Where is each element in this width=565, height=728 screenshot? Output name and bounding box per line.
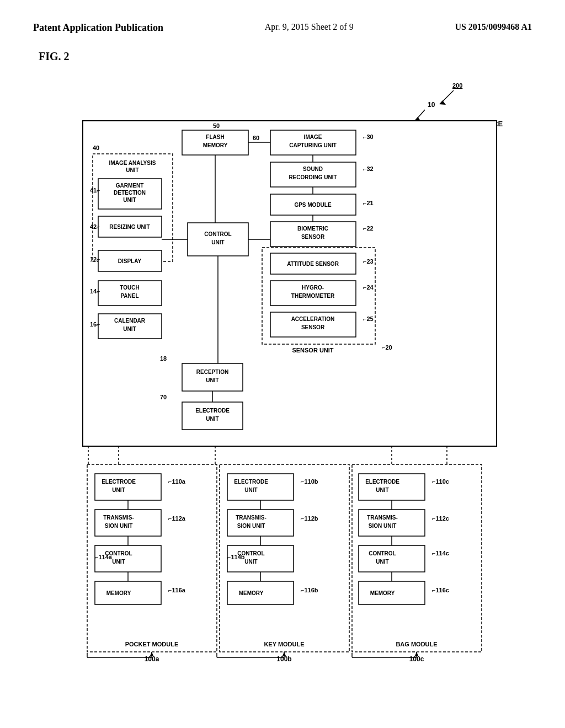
svg-text:UNIT: UNIT xyxy=(376,487,388,493)
svg-text:RECEPTION: RECEPTION xyxy=(196,369,228,375)
svg-text:DETECTION: DETECTION xyxy=(114,190,146,196)
svg-text:UNIT: UNIT xyxy=(112,559,125,565)
svg-marker-2 xyxy=(439,100,446,105)
diagram-svg: 200 10 PORTABLE DEVICE 50 FLASH MEMORY 6… xyxy=(33,68,530,703)
svg-text:40: 40 xyxy=(93,144,99,151)
svg-text:TRANSMIS-: TRANSMIS- xyxy=(367,515,398,521)
svg-text:UNIT: UNIT xyxy=(206,416,218,422)
svg-text:⌐112b: ⌐112b xyxy=(301,515,318,522)
svg-text:⌐20: ⌐20 xyxy=(382,344,392,351)
svg-text:BIOMETRIC: BIOMETRIC xyxy=(297,226,328,232)
svg-text:⌐110b: ⌐110b xyxy=(301,478,318,485)
svg-text:UNIT: UNIT xyxy=(244,559,257,565)
svg-rect-94 xyxy=(95,474,161,500)
svg-text:RESIZING UNIT: RESIZING UNIT xyxy=(109,224,150,230)
svg-text:SENSOR: SENSOR xyxy=(301,324,325,330)
svg-text:UNIT: UNIT xyxy=(211,239,224,245)
svg-text:12⌐: 12⌐ xyxy=(90,256,100,263)
svg-text:MEMORY: MEMORY xyxy=(203,142,228,148)
svg-text:RECORDING UNIT: RECORDING UNIT xyxy=(289,174,337,180)
svg-text:CALENDAR: CALENDAR xyxy=(114,318,146,324)
svg-text:SION UNIT: SION UNIT xyxy=(369,523,397,529)
header: Patent Application Publication Apr. 9, 2… xyxy=(0,0,565,45)
svg-text:⌐116a: ⌐116a xyxy=(168,587,186,593)
svg-text:KEY MODULE: KEY MODULE xyxy=(264,641,304,647)
svg-marker-148 xyxy=(150,652,153,656)
svg-text:18: 18 xyxy=(160,355,167,362)
svg-text:⌐32: ⌐32 xyxy=(363,165,374,172)
svg-text:10: 10 xyxy=(428,101,435,109)
svg-marker-152 xyxy=(282,652,286,656)
svg-text:GPS MODULE: GPS MODULE xyxy=(294,202,332,208)
svg-text:70: 70 xyxy=(160,394,167,400)
svg-text:⌐25: ⌐25 xyxy=(363,315,374,322)
svg-text:IMAGE: IMAGE xyxy=(304,134,322,140)
svg-text:CONTROL: CONTROL xyxy=(204,231,231,237)
svg-text:⌐114a: ⌐114a xyxy=(95,554,113,560)
svg-text:SION UNIT: SION UNIT xyxy=(105,523,133,529)
svg-rect-126 xyxy=(359,545,425,572)
svg-text:UNIT: UNIT xyxy=(123,197,136,203)
svg-text:UNIT: UNIT xyxy=(376,559,388,565)
svg-text:UNIT: UNIT xyxy=(244,487,257,493)
svg-text:⌐112a: ⌐112a xyxy=(168,515,186,522)
svg-text:FLASH: FLASH xyxy=(206,134,224,140)
svg-text:14⌐: 14⌐ xyxy=(90,288,100,295)
svg-text:ELECTRODE: ELECTRODE xyxy=(195,408,230,414)
svg-text:ELECTRODE: ELECTRODE xyxy=(234,479,268,485)
svg-text:SENSOR UNIT: SENSOR UNIT xyxy=(292,347,333,354)
svg-text:UNIT: UNIT xyxy=(112,487,125,493)
svg-text:POCKET MODULE: POCKET MODULE xyxy=(125,641,179,647)
svg-text:⌐110c: ⌐110c xyxy=(432,478,449,485)
diagram-area: FIG. 2 200 10 PORTABLE DEVICE 50 FLASH M… xyxy=(0,45,565,716)
svg-text:GARMENT: GARMENT xyxy=(116,183,144,189)
svg-text:ATTITUDE SENSOR: ATTITUDE SENSOR xyxy=(287,261,339,267)
svg-text:200: 200 xyxy=(452,82,462,89)
svg-text:UNIT: UNIT xyxy=(206,377,218,383)
svg-line-1 xyxy=(441,90,454,103)
svg-text:CAPTURING UNIT: CAPTURING UNIT xyxy=(289,142,337,148)
svg-text:16⌐: 16⌐ xyxy=(90,321,100,328)
svg-text:⌐110a: ⌐110a xyxy=(168,478,186,485)
publication-label: Patent Application Publication xyxy=(33,22,163,34)
svg-text:⌐21: ⌐21 xyxy=(363,200,374,206)
svg-text:⌐30: ⌐30 xyxy=(363,133,374,140)
svg-rect-98 xyxy=(227,474,294,500)
svg-text:CONTROL: CONTROL xyxy=(369,550,396,556)
svg-text:⌐24: ⌐24 xyxy=(363,284,374,291)
svg-text:⌐22: ⌐22 xyxy=(363,225,374,232)
svg-text:TOUCH: TOUCH xyxy=(120,285,139,291)
svg-text:ELECTRODE: ELECTRODE xyxy=(102,479,136,485)
svg-text:SENSOR: SENSOR xyxy=(301,234,325,240)
svg-text:SOUND: SOUND xyxy=(303,166,323,172)
svg-text:BAG MODULE: BAG MODULE xyxy=(396,641,437,647)
svg-text:ELECTRODE: ELECTRODE xyxy=(365,479,399,485)
page: Patent Application Publication Apr. 9, 2… xyxy=(0,0,565,728)
svg-text:SION UNIT: SION UNIT xyxy=(237,523,265,529)
svg-text:IMAGE ANALYSIS: IMAGE ANALYSIS xyxy=(109,160,156,166)
svg-text:⌐114b: ⌐114b xyxy=(227,554,245,560)
svg-text:60: 60 xyxy=(253,135,259,141)
svg-text:HYGRO-: HYGRO- xyxy=(302,285,324,291)
svg-text:TRANSMIS-: TRANSMIS- xyxy=(103,515,134,521)
svg-text:41⌐: 41⌐ xyxy=(90,187,100,194)
svg-text:THERMOMETER: THERMOMETER xyxy=(291,293,335,299)
svg-marker-156 xyxy=(415,652,418,656)
svg-text:42⌐: 42⌐ xyxy=(90,223,100,230)
svg-text:MEMORY: MEMORY xyxy=(370,590,395,596)
svg-text:DISPLAY: DISPLAY xyxy=(118,258,142,264)
svg-text:50: 50 xyxy=(213,122,220,129)
fig-label: FIG. 2 xyxy=(39,50,532,63)
svg-text:⌐114c: ⌐114c xyxy=(432,550,449,556)
svg-text:⌐23: ⌐23 xyxy=(363,258,374,265)
svg-text:⌐112c: ⌐112c xyxy=(432,515,449,522)
patent-number-label: US 2015/0099468 A1 xyxy=(455,22,532,32)
svg-text:UNIT: UNIT xyxy=(123,326,136,332)
svg-text:ACCELERATION: ACCELERATION xyxy=(291,316,335,322)
svg-text:MEMORY: MEMORY xyxy=(106,590,131,596)
date-sheet-label: Apr. 9, 2015 Sheet 2 of 9 xyxy=(265,22,354,32)
svg-text:⌐116b: ⌐116b xyxy=(301,587,318,593)
svg-rect-102 xyxy=(359,474,425,500)
svg-text:UNIT: UNIT xyxy=(126,167,138,173)
svg-text:⌐116c: ⌐116c xyxy=(432,587,449,593)
